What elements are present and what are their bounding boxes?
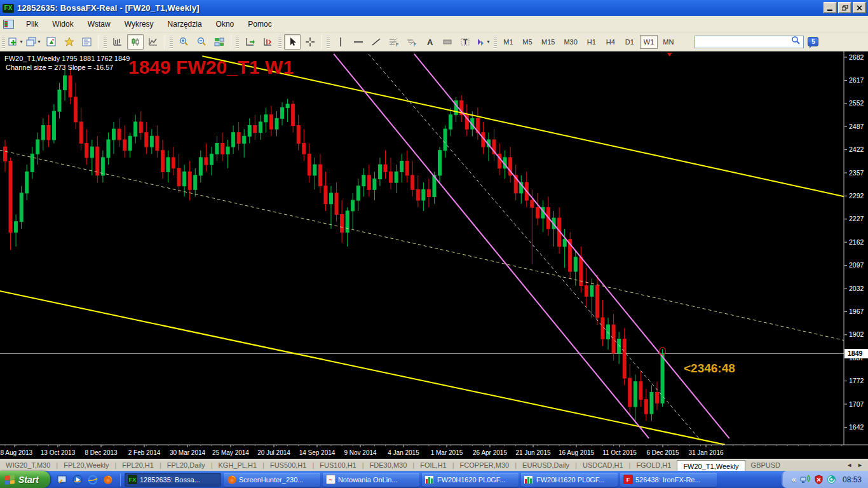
timeframe-m30-button[interactable]: M30 (560, 35, 581, 49)
chart-tab-eurusd-daily[interactable]: EURUSD,Daily (517, 460, 575, 470)
toolbar-grip[interactable] (278, 35, 281, 49)
taskbar-item[interactable]: FX12852635: Bossa... (125, 473, 221, 487)
title-bar[interactable]: FX 12852635: BossaFX-Real - [FW20_T1,Wee… (0, 0, 868, 16)
chart-tab-fw20-t1-weekly[interactable]: FW20_T1,Weekly (677, 460, 745, 471)
arrows-button[interactable]: ▼ (475, 34, 491, 50)
menu-wykresy[interactable]: Wykresy (118, 17, 161, 31)
menu-narzędzia[interactable]: Narzędzia (161, 17, 209, 31)
chart-tab-gbpusd[interactable]: GBPUSD (745, 460, 786, 470)
vertical-line-button[interactable] (332, 34, 349, 50)
tray-chevron-icon[interactable]: « (792, 475, 796, 484)
date-tick-label: 1 Mar 2015 (431, 449, 463, 456)
timeframe-m5-button[interactable]: M5 (519, 35, 536, 49)
timeframe-h1-button[interactable]: H1 (583, 35, 600, 49)
price-tick-label: 2162 (849, 238, 864, 246)
candlestick-button[interactable] (127, 34, 144, 50)
chart-tab-fgold-h1[interactable]: FGOLD,H1 (630, 460, 677, 470)
restore-button[interactable] (838, 2, 851, 13)
market-watch-icon (46, 37, 57, 47)
search-icon-wrap[interactable] (791, 36, 802, 48)
taskbar-item[interactable]: FW20H1620 PL0GF... (521, 473, 618, 487)
chart-area[interactable]: 2682261725522487242223572292222721622097… (0, 51, 868, 459)
toolbar-separator (322, 35, 322, 49)
cursor-button[interactable] (284, 34, 301, 50)
candlestick-chart[interactable]: 2682261725522487242223572292222721622097… (0, 51, 868, 459)
taskbar-item[interactable]: F526438: IronFX-Re... (620, 473, 717, 487)
toolbar-grip[interactable] (327, 35, 330, 49)
minimize-button[interactable] (824, 2, 837, 13)
menu-pomoc[interactable]: Pomoc (241, 17, 278, 31)
close-button[interactable] (853, 2, 866, 13)
bar-chart-button[interactable] (109, 34, 126, 50)
timeframe-m15-button[interactable]: M15 (538, 35, 559, 49)
label-button[interactable] (439, 34, 456, 50)
taskbar-item-label: 526438: IronFX-Re... (635, 476, 701, 484)
navigator-button[interactable] (61, 34, 78, 50)
media-player-icon[interactable] (72, 474, 83, 485)
antivirus-shield-icon[interactable] (814, 475, 824, 484)
taskbar-item[interactable]: ~Notowania OnLin... (323, 473, 419, 487)
price-tick-label: 1642 (849, 423, 864, 431)
toolbar-grip[interactable] (2, 35, 5, 49)
chart-tab-fpl20-weekly[interactable]: FPL20,Weekly (58, 460, 114, 470)
chart-tab-wig20-t-m30[interactable]: WIG20_T,M30 (0, 460, 56, 470)
chart-tab-fcopper-m30[interactable]: FCOPPER,M30 (454, 460, 515, 470)
timeframe-d1-button[interactable]: D1 (621, 35, 639, 49)
tab-scroll-right-icon[interactable]: ► (857, 462, 863, 468)
trendline-button[interactable] (368, 34, 384, 50)
toolbar-grip[interactable] (494, 35, 497, 49)
zoom-in-button[interactable] (175, 34, 192, 50)
start-button[interactable]: Start (0, 471, 50, 488)
timeframe-w1-button[interactable]: W1 (640, 35, 658, 49)
internet-explorer-icon[interactable] (87, 474, 98, 485)
toolbar-grip[interactable] (170, 35, 173, 49)
network-icon[interactable] (800, 475, 811, 484)
updater-icon[interactable] (827, 475, 836, 484)
chart-tab-fpl20-daily[interactable]: FPL20,Daily (161, 460, 211, 470)
zoom-out-button[interactable] (193, 34, 210, 50)
chart-shift-button[interactable] (259, 34, 276, 50)
chart-tab-fus100-h1[interactable]: FUS100,H1 (314, 460, 362, 470)
fibo-channel-button[interactable]: F (403, 34, 420, 50)
price-tick-label: 2422 (849, 146, 864, 153)
chart-tab-fde30-m30[interactable]: FDE30,M30 (364, 460, 413, 470)
tile-windows-button[interactable] (211, 34, 227, 50)
text-frame-button[interactable]: T (457, 34, 473, 50)
taskbar-item[interactable]: ScreenHunter_230... (224, 473, 320, 487)
timeframe-h4-button[interactable]: H4 (602, 35, 620, 49)
chart-tab-kgh-pl-h1[interactable]: KGH_PL,H1 (213, 460, 263, 470)
notifications-badge[interactable]: 5 (808, 37, 818, 46)
horizontal-line-button[interactable] (350, 34, 367, 50)
chart-tab-fpl20-h1[interactable]: FPL20,H1 (116, 460, 159, 470)
firefox-icon[interactable] (102, 474, 114, 485)
line-chart-button[interactable] (145, 34, 161, 50)
toolbar-grip[interactable] (104, 35, 107, 49)
terminal-button[interactable] (79, 34, 95, 50)
window-title: 12852635: BossaFX-Real - [FW20_T1,Weekly… (17, 3, 200, 13)
menu-widok[interactable]: Widok (45, 17, 80, 31)
timeframe-mn-button[interactable]: MN (659, 35, 677, 49)
menu-plik[interactable]: Plik (19, 17, 45, 31)
menu-okno[interactable]: Okno (209, 17, 241, 31)
auto-scroll-button[interactable] (241, 34, 258, 50)
tab-scroll-left-icon[interactable]: ◄ (846, 462, 852, 468)
toolbar-grip[interactable] (236, 35, 239, 49)
text-button[interactable]: A (421, 34, 438, 50)
arrows-icon (475, 37, 485, 47)
chart-tab-foil-h1[interactable]: FOIL,H1 (414, 460, 452, 470)
timeframe-m1-button[interactable]: M1 (499, 35, 517, 49)
price-tick-label: 1707 (849, 400, 864, 408)
market-watch-button[interactable] (43, 34, 60, 50)
show-desktop-icon[interactable] (57, 474, 68, 485)
chart-tab-fus500-h1[interactable]: FUS500,H1 (264, 460, 312, 470)
date-tick-label: 18 Aug 2013 (0, 449, 33, 456)
symbol-search-input[interactable] (695, 36, 804, 48)
terminal-icon (82, 37, 93, 47)
taskbar-item[interactable]: FW20H1620 PL0GF... (422, 473, 519, 487)
fibo-retracement-button[interactable]: F (386, 34, 402, 50)
crosshair-button[interactable] (302, 34, 318, 50)
chart-profiles-button[interactable]: ▼ (25, 34, 42, 50)
chart-tab-usdcad-h1[interactable]: USDCAD,H1 (577, 460, 629, 470)
new-chart-button[interactable]: ▼ (8, 34, 24, 50)
menu-wstaw[interactable]: Wstaw (81, 17, 118, 31)
